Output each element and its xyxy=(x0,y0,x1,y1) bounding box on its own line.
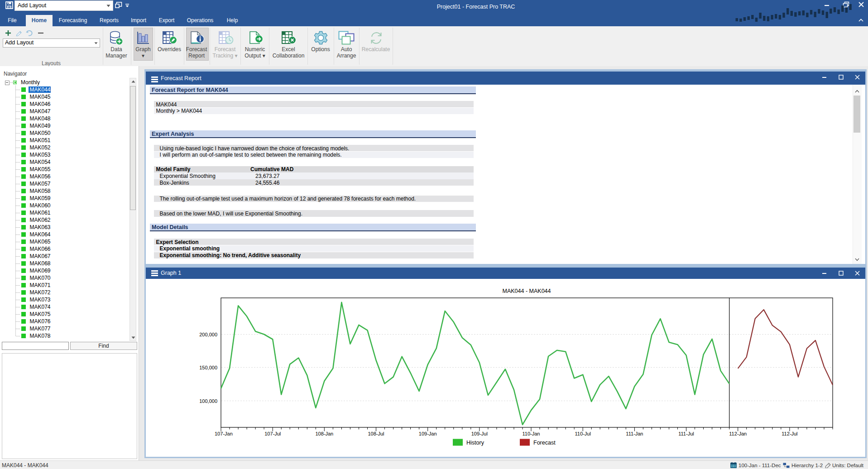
svg-text:110-Jul: 110-Jul xyxy=(575,431,591,436)
svg-text:108-Jul: 108-Jul xyxy=(368,431,384,436)
svg-text:110-Jan: 110-Jan xyxy=(523,431,540,436)
svg-text:112-Jan: 112-Jan xyxy=(729,431,747,436)
svg-text:111-Jan: 111-Jan xyxy=(626,431,643,436)
svg-text:108-Jan: 108-Jan xyxy=(315,431,333,436)
svg-text:150,000: 150,000 xyxy=(199,365,217,370)
svg-text:History: History xyxy=(466,440,484,446)
svg-text:MAK044 - MAK044: MAK044 - MAK044 xyxy=(503,288,551,294)
svg-text:107-Jan: 107-Jan xyxy=(215,431,233,436)
svg-text:111-Jul: 111-Jul xyxy=(678,431,694,436)
svg-text:100,000: 100,000 xyxy=(199,398,217,404)
svg-text:109-Jul: 109-Jul xyxy=(471,431,488,436)
svg-text:Forecast: Forecast xyxy=(533,440,556,446)
svg-text:109-Jan: 109-Jan xyxy=(419,431,437,436)
svg-text:112-Jul: 112-Jul xyxy=(782,431,797,436)
svg-text:107-Jul: 107-Jul xyxy=(264,431,281,436)
svg-text:200,000: 200,000 xyxy=(199,332,217,337)
